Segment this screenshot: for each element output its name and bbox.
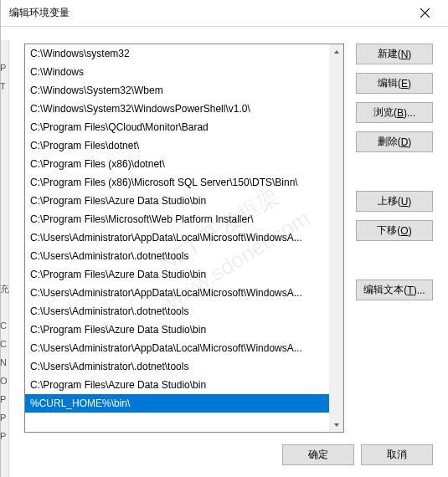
dialog-footer: 确定 取消	[282, 444, 433, 465]
scrollbar-vertical[interactable]	[329, 44, 343, 432]
list-item[interactable]: C:\Windows\System32\WindowsPowerShell\v1…	[25, 100, 329, 118]
list-item[interactable]: C:\Users\Administrator\.dotnet\tools	[25, 357, 329, 376]
spacer	[356, 161, 433, 182]
listbox-inner: C:\Windows\system32C:\WindowsC:\Windows\…	[25, 44, 329, 432]
list-item[interactable]: C:\Windows\system32	[25, 44, 329, 63]
list-item[interactable]: C:\Users\Administrator\AppData\Local\Mic…	[25, 228, 329, 247]
button-column: 新建(N) 编辑(E) 浏览(B)... 删除(D) 上移(U) 下移(O)	[356, 44, 433, 433]
list-item[interactable]: C:\Program Files\Azure Data Studio\bin	[25, 321, 329, 339]
list-item[interactable]: C:\Windows	[25, 63, 329, 81]
chevron-up-icon	[333, 49, 340, 55]
list-item[interactable]: C:\Program Files\QCloud\Monitor\Barad	[25, 118, 329, 136]
list-item[interactable]: %CURL_HOME%\bin\	[25, 394, 329, 413]
list-item[interactable]: C:\Program Files\Azure Data Studio\bin	[25, 192, 329, 210]
scroll-down-button[interactable]	[329, 418, 343, 432]
list-item[interactable]: C:\Program Files\Microsoft\Web Platform …	[25, 210, 329, 228]
titlebar: 编辑环境变量	[1, 0, 448, 27]
delete-button[interactable]: 删除(D)	[356, 131, 433, 152]
move-up-button[interactable]: 上移(U)	[356, 191, 433, 212]
close-button[interactable]	[408, 1, 441, 26]
move-down-button[interactable]: 下移(O)	[356, 220, 433, 241]
list-item[interactable]: C:\Program Files\Azure Data Studio\bin	[25, 265, 329, 284]
list-item[interactable]: C:\Users\Administrator\AppData\Local\Mic…	[25, 339, 329, 357]
edit-button[interactable]: 编辑(E)	[356, 73, 433, 94]
ok-button[interactable]: 确定	[282, 444, 354, 465]
parent-window-text: P T 充 C C N O P P P	[0, 59, 8, 445]
cancel-button[interactable]: 取消	[361, 444, 433, 465]
list-item[interactable]: C:\Users\Administrator\AppData\Local\Mic…	[25, 284, 329, 302]
edit-text-button[interactable]: 编辑文本(T)...	[356, 280, 433, 300]
scroll-up-button[interactable]	[329, 44, 343, 59]
new-button[interactable]: 新建(N)	[356, 44, 433, 64]
list-item[interactable]: C:\Users\Administrator\.dotnet\tools	[25, 302, 329, 321]
main-row: C:\Windows\system32C:\WindowsC:\Windows\…	[24, 44, 433, 433]
list-item[interactable]: C:\Windows\System32\Wbem	[25, 81, 329, 100]
dialog-content: NET 开发框架 www.sdonet.com C:\Windows\syste…	[9, 27, 448, 477]
browse-button[interactable]: 浏览(B)...	[356, 102, 433, 123]
svg-marker-3	[334, 423, 339, 427]
list-item[interactable]: C:\Program Files (x86)\Microsoft SQL Ser…	[25, 173, 329, 192]
spacer	[356, 249, 433, 271]
path-listbox[interactable]: C:\Windows\system32C:\WindowsC:\Windows\…	[24, 44, 344, 433]
list-item[interactable]: C:\Program Files (x86)\dotnet\	[25, 155, 329, 173]
list-item[interactable]: C:\Program Files\Azure Data Studio\bin	[25, 376, 329, 394]
svg-marker-2	[334, 50, 339, 54]
close-icon	[420, 8, 430, 18]
dialog-window: P T 充 C C N O P P P 编辑环境变量 NET 开发框架 www.…	[0, 0, 448, 477]
chevron-down-icon	[333, 422, 340, 428]
list-item[interactable]: C:\Users\Administrator\.dotnet\tools	[25, 247, 329, 265]
window-title: 编辑环境变量	[9, 6, 408, 20]
list-item[interactable]: C:\Program Files\dotnet\	[25, 136, 329, 155]
